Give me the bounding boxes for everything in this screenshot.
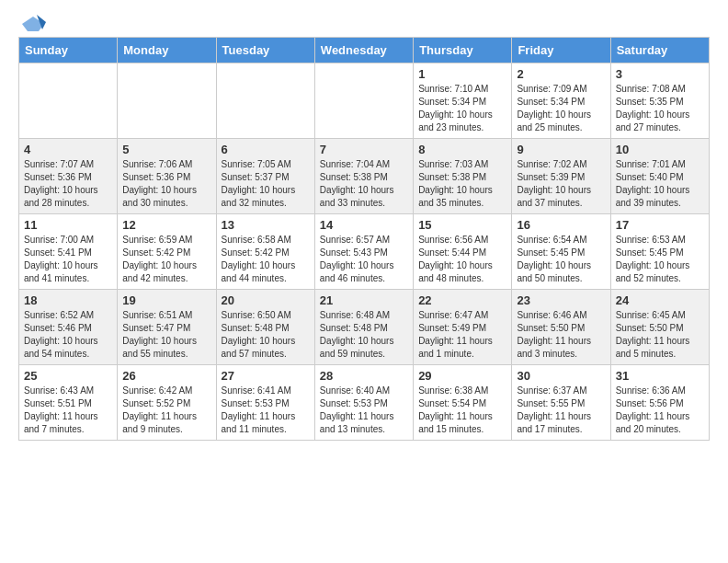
calendar-cell: 2Sunrise: 7:09 AM Sunset: 5:34 PM Daylig… [512, 63, 610, 139]
calendar-cell: 7Sunrise: 7:04 AM Sunset: 5:38 PM Daylig… [314, 139, 413, 214]
calendar-cell: 11Sunrise: 7:00 AM Sunset: 5:41 PM Dayli… [19, 214, 118, 290]
day-number: 18 [24, 293, 112, 307]
day-number: 3 [616, 67, 704, 81]
calendar-cell: 16Sunrise: 6:54 AM Sunset: 5:45 PM Dayli… [512, 214, 610, 290]
calendar-cell: 25Sunrise: 6:43 AM Sunset: 5:51 PM Dayli… [19, 365, 118, 441]
day-number: 23 [517, 293, 605, 307]
calendar-cell [118, 63, 216, 139]
logo [18, 15, 46, 29]
calendar-cell: 4Sunrise: 7:07 AM Sunset: 5:36 PM Daylig… [19, 139, 118, 214]
day-number: 5 [122, 143, 210, 156]
day-number: 1 [418, 67, 506, 81]
day-number: 17 [616, 218, 704, 232]
calendar-cell: 9Sunrise: 7:02 AM Sunset: 5:39 PM Daylig… [512, 139, 610, 214]
calendar-table: SundayMondayTuesdayWednesdayThursdayFrid… [18, 37, 710, 441]
calendar-cell: 27Sunrise: 6:41 AM Sunset: 5:53 PM Dayli… [216, 365, 314, 441]
day-info: Sunrise: 6:59 AM Sunset: 5:42 PM Dayligh… [122, 234, 210, 285]
calendar-cell: 23Sunrise: 6:46 AM Sunset: 5:50 PM Dayli… [512, 290, 610, 365]
day-number: 4 [24, 143, 112, 156]
calendar-cell: 12Sunrise: 6:59 AM Sunset: 5:42 PM Dayli… [118, 214, 216, 290]
calendar-cell: 20Sunrise: 6:50 AM Sunset: 5:48 PM Dayli… [216, 290, 314, 365]
calendar-header-cell: Tuesday [216, 38, 314, 63]
day-info: Sunrise: 7:07 AM Sunset: 5:36 PM Dayligh… [24, 158, 112, 210]
page-container: SundayMondayTuesdayWednesdayThursdayFrid… [0, 0, 728, 452]
day-info: Sunrise: 6:56 AM Sunset: 5:44 PM Dayligh… [418, 234, 506, 285]
calendar-cell: 3Sunrise: 7:08 AM Sunset: 5:35 PM Daylig… [610, 63, 709, 139]
day-number: 15 [418, 218, 506, 232]
calendar-cell [314, 63, 413, 139]
day-info: Sunrise: 6:43 AM Sunset: 5:51 PM Dayligh… [24, 385, 112, 436]
day-number: 22 [418, 293, 506, 307]
calendar-cell: 14Sunrise: 6:57 AM Sunset: 5:43 PM Dayli… [314, 214, 413, 290]
day-number: 2 [517, 67, 605, 81]
day-number: 25 [24, 369, 112, 383]
header [18, 15, 710, 29]
day-info: Sunrise: 6:37 AM Sunset: 5:55 PM Dayligh… [517, 385, 605, 436]
day-info: Sunrise: 6:50 AM Sunset: 5:48 PM Dayligh… [222, 309, 310, 361]
day-info: Sunrise: 6:48 AM Sunset: 5:48 PM Dayligh… [320, 309, 408, 361]
day-info: Sunrise: 7:02 AM Sunset: 5:39 PM Dayligh… [517, 158, 605, 210]
day-info: Sunrise: 6:42 AM Sunset: 5:52 PM Dayligh… [122, 385, 210, 436]
calendar-cell: 22Sunrise: 6:47 AM Sunset: 5:49 PM Dayli… [414, 290, 512, 365]
calendar-header-cell: Monday [118, 38, 216, 63]
calendar-cell: 6Sunrise: 7:05 AM Sunset: 5:37 PM Daylig… [216, 139, 314, 214]
calendar-cell: 10Sunrise: 7:01 AM Sunset: 5:40 PM Dayli… [610, 139, 709, 214]
day-info: Sunrise: 7:05 AM Sunset: 5:37 PM Dayligh… [222, 158, 310, 210]
calendar-cell: 1Sunrise: 7:10 AM Sunset: 5:34 PM Daylig… [414, 63, 512, 139]
day-number: 16 [517, 218, 605, 232]
calendar-cell: 17Sunrise: 6:53 AM Sunset: 5:45 PM Dayli… [610, 214, 709, 290]
calendar-header-cell: Sunday [19, 38, 118, 63]
day-number: 8 [418, 143, 506, 156]
day-number: 6 [222, 143, 310, 156]
logo-text [18, 15, 46, 33]
day-number: 13 [222, 218, 310, 232]
day-number: 30 [517, 369, 605, 383]
calendar-cell: 13Sunrise: 6:58 AM Sunset: 5:42 PM Dayli… [216, 214, 314, 290]
day-number: 31 [616, 369, 704, 383]
day-number: 9 [517, 143, 605, 156]
day-number: 24 [616, 293, 704, 307]
calendar-cell [19, 63, 118, 139]
day-info: Sunrise: 6:36 AM Sunset: 5:56 PM Dayligh… [616, 385, 704, 436]
day-info: Sunrise: 6:40 AM Sunset: 5:53 PM Dayligh… [320, 385, 408, 436]
calendar-cell [216, 63, 314, 139]
day-number: 10 [616, 143, 704, 156]
calendar-header-cell: Friday [512, 38, 610, 63]
calendar-header-row: SundayMondayTuesdayWednesdayThursdayFrid… [19, 38, 710, 63]
day-info: Sunrise: 6:46 AM Sunset: 5:50 PM Dayligh… [517, 309, 605, 361]
day-number: 12 [122, 218, 210, 232]
calendar-header-cell: Wednesday [314, 38, 413, 63]
day-info: Sunrise: 7:10 AM Sunset: 5:34 PM Dayligh… [418, 83, 506, 134]
calendar-week-row: 11Sunrise: 7:00 AM Sunset: 5:41 PM Dayli… [19, 214, 710, 290]
calendar-header-cell: Saturday [610, 38, 709, 63]
calendar-cell: 19Sunrise: 6:51 AM Sunset: 5:47 PM Dayli… [118, 290, 216, 365]
day-number: 14 [320, 218, 408, 232]
day-number: 7 [320, 143, 408, 156]
day-info: Sunrise: 7:01 AM Sunset: 5:40 PM Dayligh… [616, 158, 704, 210]
calendar-week-row: 4Sunrise: 7:07 AM Sunset: 5:36 PM Daylig… [19, 139, 710, 214]
calendar-week-row: 1Sunrise: 7:10 AM Sunset: 5:34 PM Daylig… [19, 63, 710, 139]
day-info: Sunrise: 7:09 AM Sunset: 5:34 PM Dayligh… [517, 83, 605, 134]
calendar-cell: 26Sunrise: 6:42 AM Sunset: 5:52 PM Dayli… [118, 365, 216, 441]
day-info: Sunrise: 6:41 AM Sunset: 5:53 PM Dayligh… [222, 385, 310, 436]
day-info: Sunrise: 7:08 AM Sunset: 5:35 PM Dayligh… [616, 83, 704, 134]
calendar-cell: 18Sunrise: 6:52 AM Sunset: 5:46 PM Dayli… [19, 290, 118, 365]
day-info: Sunrise: 7:03 AM Sunset: 5:38 PM Dayligh… [418, 158, 506, 210]
day-info: Sunrise: 6:47 AM Sunset: 5:49 PM Dayligh… [418, 309, 506, 361]
calendar-cell: 29Sunrise: 6:38 AM Sunset: 5:54 PM Dayli… [414, 365, 512, 441]
calendar-cell: 8Sunrise: 7:03 AM Sunset: 5:38 PM Daylig… [414, 139, 512, 214]
calendar-week-row: 25Sunrise: 6:43 AM Sunset: 5:51 PM Dayli… [19, 365, 710, 441]
day-info: Sunrise: 6:54 AM Sunset: 5:45 PM Dayligh… [517, 234, 605, 285]
calendar-cell: 21Sunrise: 6:48 AM Sunset: 5:48 PM Dayli… [314, 290, 413, 365]
day-info: Sunrise: 6:58 AM Sunset: 5:42 PM Dayligh… [222, 234, 310, 285]
day-number: 19 [122, 293, 210, 307]
calendar-cell: 5Sunrise: 7:06 AM Sunset: 5:36 PM Daylig… [118, 139, 216, 214]
calendar-body: 1Sunrise: 7:10 AM Sunset: 5:34 PM Daylig… [19, 63, 710, 441]
day-info: Sunrise: 6:52 AM Sunset: 5:46 PM Dayligh… [24, 309, 112, 361]
day-number: 27 [222, 369, 310, 383]
day-number: 28 [320, 369, 408, 383]
day-info: Sunrise: 6:53 AM Sunset: 5:45 PM Dayligh… [616, 234, 704, 285]
calendar-cell: 24Sunrise: 6:45 AM Sunset: 5:50 PM Dayli… [610, 290, 709, 365]
logo-icon [20, 15, 46, 33]
day-info: Sunrise: 7:00 AM Sunset: 5:41 PM Dayligh… [24, 234, 112, 285]
